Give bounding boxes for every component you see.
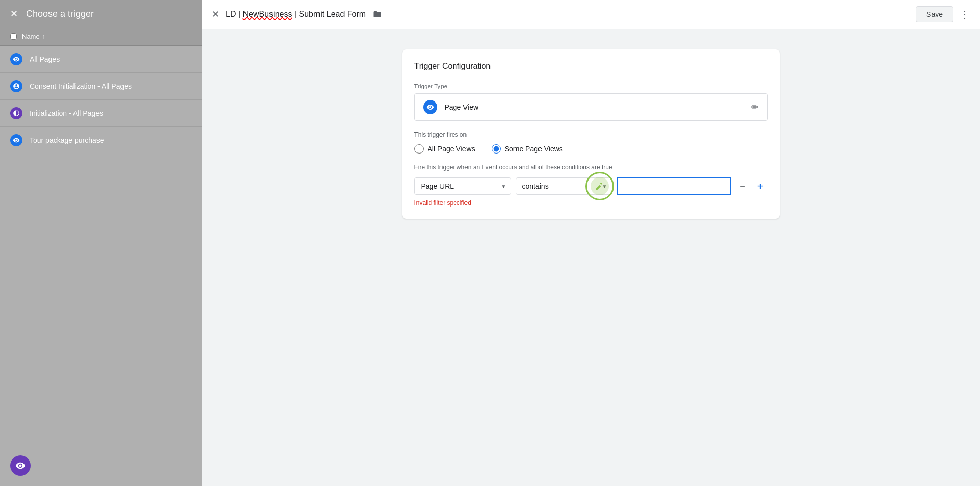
config-card-title: Trigger Configuration — [414, 62, 768, 71]
trigger-type-icon — [423, 100, 437, 114]
save-button[interactable]: Save — [916, 6, 953, 22]
consent-init-label: Consent Initialization - All Pages — [30, 82, 132, 90]
condition-operator-select[interactable]: contains equals starts with ends with ma… — [516, 177, 612, 195]
folder-icon[interactable] — [373, 10, 382, 19]
trigger-item-all-pages[interactable]: All Pages — [0, 46, 202, 73]
condition-value-input[interactable] — [617, 177, 732, 195]
add-condition-button[interactable]: + — [753, 178, 768, 194]
list-sort-label[interactable]: Name ↑ — [22, 33, 45, 40]
trigger-list: All Pages Consent Initialization - All P… — [0, 46, 202, 154]
radio-all-page-views-input[interactable] — [414, 144, 424, 154]
trigger-type-value: Page View — [445, 103, 751, 111]
radio-group: All Page Views Some Page Views — [414, 144, 768, 154]
radio-some-page-views-input[interactable] — [492, 144, 501, 154]
close-left-icon[interactable]: ✕ — [10, 8, 18, 19]
radio-all-page-views-label: All Page Views — [428, 145, 475, 153]
condition-row: Page URL Page Path Page Hostname Page Ti… — [414, 177, 768, 195]
remove-condition-button[interactable]: − — [736, 179, 749, 194]
bottom-circle-icon[interactable] — [10, 455, 31, 476]
edit-trigger-type-icon[interactable]: ✏ — [751, 101, 759, 113]
purchase-icon — [10, 134, 22, 146]
left-panel-title: Choose a trigger — [26, 9, 94, 19]
list-header: Name ↑ — [0, 28, 202, 46]
trigger-item-consent-init[interactable]: Consent Initialization - All Pages — [0, 73, 202, 100]
trigger-type-label: Trigger Type — [414, 83, 768, 89]
left-panel: ✕ Choose a trigger Name ↑ All Pages Cons… — [0, 0, 202, 486]
condition-operator-wrapper: contains equals starts with ends with ma… — [516, 177, 612, 195]
radio-some-page-views-label: Some Page Views — [505, 145, 563, 153]
init-all-pages-label: Initialization - All Pages — [30, 109, 103, 117]
conditions-label: Fire this trigger when an Event occurs a… — [414, 164, 768, 171]
radio-all-page-views[interactable]: All Page Views — [414, 144, 475, 154]
page-title: LD | NewBusiness | Submit Lead Form — [226, 10, 910, 19]
condition-variable-wrapper: Page URL Page Path Page Hostname Page Ti… — [414, 177, 511, 195]
init-icon — [10, 107, 22, 119]
tour-purchase-label: Tour package purchase — [30, 136, 104, 144]
select-all-checkbox[interactable] — [10, 33, 17, 40]
all-pages-icon — [10, 53, 22, 65]
consent-icon — [10, 80, 22, 92]
trigger-item-init-all-pages[interactable]: Initialization - All Pages — [0, 100, 202, 127]
condition-variable-select[interactable]: Page URL Page Path Page Hostname Page Ti… — [414, 177, 511, 195]
more-options-icon[interactable]: ⋮ — [960, 8, 970, 20]
config-card: Trigger Configuration Trigger Type Page … — [402, 49, 780, 219]
fires-on-label: This trigger fires on — [414, 131, 768, 138]
main-content: Trigger Configuration Trigger Type Page … — [202, 29, 980, 486]
close-right-icon[interactable]: ✕ — [212, 9, 219, 20]
trigger-type-row[interactable]: Page View ✏ — [414, 93, 768, 121]
top-bar: ✕ LD | NewBusiness | Submit Lead Form Sa… — [202, 0, 980, 29]
all-pages-label: All Pages — [30, 55, 60, 63]
left-header: ✕ Choose a trigger — [0, 0, 202, 28]
radio-some-page-views[interactable]: Some Page Views — [492, 144, 563, 154]
error-text: Invalid filter specified — [414, 199, 768, 207]
right-panel: ✕ LD | NewBusiness | Submit Lead Form Sa… — [202, 0, 980, 486]
trigger-item-tour-purchase[interactable]: Tour package purchase — [0, 127, 202, 154]
